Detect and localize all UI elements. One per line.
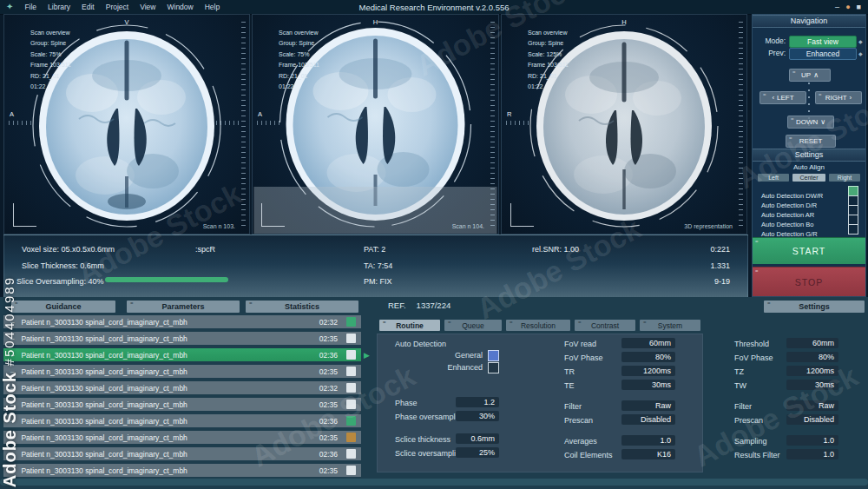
align-left-button[interactable]: Left [758,174,789,182]
coil-elements-value[interactable]: K16 [621,449,675,459]
tr-label: TR [564,367,575,376]
tab-settings[interactable]: = Settings [764,301,865,313]
patient-row[interactable]: – Patient n_3003130 spinal_cord_imaginar… [3,332,361,345]
prev-select[interactable]: Enhanced [789,48,857,60]
tab-dash-icon: = [643,320,647,325]
tab-dash-icon: = [510,320,513,325]
patient-row[interactable]: – Patient n_3003130 spinal_cord_imaginar… [3,315,361,328]
enhanced-label: Enhanced [408,363,483,372]
tab-resolution[interactable]: = Resolution [506,320,570,331]
status-badge [346,400,356,409]
averages-value[interactable]: 1.0 [621,435,675,446]
status-badge [346,416,356,426]
start-button[interactable]: = START [753,237,865,264]
prev-dropdown-icon[interactable]: ◆ [858,50,863,56]
button-dash-icon: = [819,92,822,97]
threshold-value[interactable]: 60mm [786,338,838,348]
patient-row[interactable]: – Patient n_3003130 spinal_cord_imaginar… [3,365,361,378]
align-right-button[interactable]: Right [829,174,860,182]
enhanced-checkbox[interactable] [488,362,499,373]
general-checkbox[interactable] [488,350,499,361]
te-label: TE [564,381,575,390]
auto-detection-bo-row: Auto Detection Bo [761,215,858,224]
patient-row[interactable]: – Patient n_3003130 spinal_cord_imaginar… [3,447,361,460]
auto-detection-dr-row: Auto Detection D/R [761,195,858,205]
phase-label: Phase [395,399,418,407]
bottom-scrollbar[interactable] [0,479,868,486]
tab-queue[interactable]: = Queue [444,320,502,331]
left-button[interactable]: = ‹LEFT [760,91,806,104]
sampling-label: Sampling [734,437,767,446]
scan-viewport-1[interactable]: Scan overviewGroup: Spine Scale: 75%Fram… [3,14,250,235]
patient-row[interactable]: – Patient n_3003130 spinal_cord_imaginar… [3,381,361,394]
fov-phase-right-value[interactable]: 80% [786,352,838,362]
tab-contrast[interactable]: = Contrast [575,320,635,331]
tab-dash-icon: = [767,301,771,306]
button-dash-icon: = [789,135,792,141]
ruler-horizontal [216,121,239,125]
tab-system[interactable]: = System [640,320,700,331]
row-dash-icon: – [10,334,14,342]
fov-read-value[interactable]: 60mm [621,338,675,348]
window-title: Medical Research Environment v.2.0.556 [0,3,868,12]
mode-select[interactable]: Fast view [789,36,857,48]
scan-info-bar: Voxel size: 05.x0.5x0.6mm :spcR PAT: 2 r… [3,235,748,299]
patient-row[interactable]: – Patient n_3003130 spinal_cord_imaginar… [3,414,361,427]
results-filter-value[interactable]: 1.0 [786,449,838,459]
mode-dropdown-icon[interactable]: ◆ [858,38,863,44]
chevron-down-icon: ∨ [820,118,825,126]
phase-oversampling-value[interactable]: 30% [456,411,499,421]
threshold-label: Threshold [734,340,769,348]
slice-oversampling-field-value[interactable]: 25% [456,447,499,458]
voxel-size-label: Voxel size: 05.x0.5x0.6mm [22,245,115,254]
prescan-right-value[interactable]: Disabled [786,414,838,425]
prescan-value[interactable]: Disabled [621,414,675,425]
tab-statistics[interactable]: = Statistics [246,301,358,313]
tab-parameters[interactable]: = Parameters [127,301,240,313]
sampling-value[interactable]: 1.0 [786,435,838,446]
filter-value[interactable]: Raw [621,400,675,411]
scan-viewport-2[interactable]: Scan overviewGroup: Spine Scale: 75%Fram… [252,14,499,235]
right-button[interactable]: = RIGHT› [815,91,862,104]
orientation-marker-top: H [373,18,378,26]
tw-value[interactable]: 30ms [786,380,838,390]
tab-dash-icon: = [130,301,134,306]
maximize-button[interactable]: ■ [857,0,861,14]
filter-right-value[interactable]: Raw [786,400,838,411]
tab-guidance[interactable]: = Guidance [11,301,115,313]
row-dash-icon: – [10,433,14,441]
patient-row[interactable]: – Patient n_3003130 spinal_cord_imaginar… [3,398,361,411]
row-dash-icon: – [10,400,14,408]
patient-row[interactable]: – Patient n_3003130 spinal_cord_imaginar… [3,431,361,444]
slice-thickness-field-label: Sclice thickness [395,435,450,444]
fov-phase-value[interactable]: 80% [621,352,675,362]
fov-phase-label: FoV Phase [564,354,603,362]
tab-routine[interactable]: = Routine [379,320,440,331]
scan-viewport-3[interactable]: Scan overviewGroup: Spine Scale: 125%Fra… [501,14,747,235]
slice-oversampling-label: Slice Oversampling: 40% [16,277,104,286]
slice-oversampling-field-label: Sclice oversampling [395,449,464,458]
auto-detection-dwr-row: Auto Detection DW/R [761,186,858,195]
reset-button[interactable]: = RESET [786,135,836,148]
slice-thickness-field-value[interactable]: 0.6mm [456,433,499,444]
tr-value[interactable]: 1200ms [621,366,675,376]
patient-row-selected[interactable]: – Patient n_3003130 spinal_cord_imaginar… [3,348,361,361]
tz-value[interactable]: 1200ms [786,366,838,376]
checkbox[interactable] [848,224,858,235]
row-dash-icon: – [10,384,14,392]
minimize-button[interactable]: – [835,0,839,14]
tw-label: TW [734,381,746,390]
align-center-button[interactable]: Center [792,174,825,182]
orientation-marker-top: H [621,18,626,26]
down-button[interactable]: = DOWN∨ [787,116,834,129]
stop-button[interactable]: = STOP [753,267,865,296]
record-dot-button[interactable]: ● [845,0,850,14]
value-2: 1.331 [710,261,730,270]
te-value[interactable]: 30ms [621,380,675,390]
up-button[interactable]: = UP∧ [789,69,831,82]
tab-dash-icon: = [578,320,582,325]
patient-row[interactable]: – Patient n_3003130 spinal_cord_imaginar… [3,464,361,477]
phase-value[interactable]: 1.2 [456,397,499,407]
scan-number-label: Scan n 103. [203,223,235,229]
auto-align-label: Auto Align [753,163,865,171]
